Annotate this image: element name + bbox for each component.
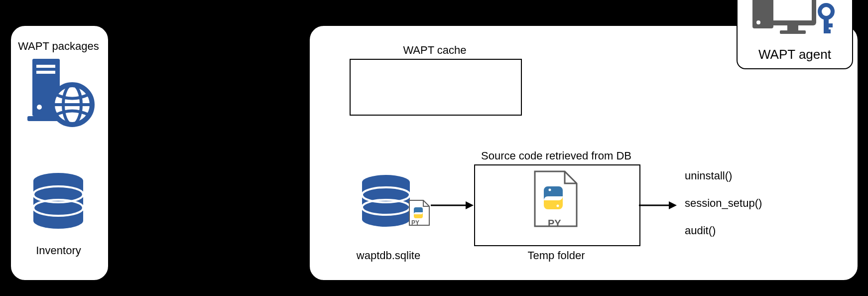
waptdb-label: waptdb.sqlite <box>349 249 428 262</box>
svg-point-3 <box>37 105 42 110</box>
cache-box <box>350 59 522 116</box>
svg-rect-21 <box>824 23 833 27</box>
py-big-label: PY <box>548 217 561 229</box>
agent-badge-label: WAPT agent <box>738 47 852 62</box>
agent-badge: WAPT agent <box>737 0 853 69</box>
svg-point-14 <box>756 20 760 24</box>
svg-rect-1 <box>36 65 55 68</box>
svg-rect-18 <box>780 30 806 34</box>
py-small-label: PY <box>411 219 419 226</box>
svg-point-19 <box>820 5 833 18</box>
arrow-temp-to-functions <box>639 199 679 214</box>
fn-session-setup: session_setup() <box>685 197 762 210</box>
fn-audit: audit() <box>685 224 716 237</box>
server-globe-icon <box>27 55 92 130</box>
packages-label: WAPT packages <box>15 40 102 53</box>
svg-marker-27 <box>466 201 474 209</box>
fn-uninstall: uninstall() <box>685 169 732 182</box>
source-label: Source code retrieved from DB <box>474 149 638 162</box>
svg-point-28 <box>549 189 551 191</box>
svg-marker-31 <box>669 201 677 209</box>
waptdb-icon <box>359 174 413 234</box>
svg-rect-16 <box>773 0 812 20</box>
svg-rect-17 <box>787 25 798 30</box>
svg-rect-2 <box>36 71 55 74</box>
cache-label: WAPT cache <box>350 44 520 57</box>
inventory-db-icon <box>31 172 86 237</box>
arrow-db-to-temp <box>431 199 476 214</box>
temp-folder-label: Temp folder <box>474 249 638 262</box>
inventory-label: Inventory <box>15 244 102 257</box>
svg-rect-22 <box>824 29 831 33</box>
agent-computers-icon <box>752 0 837 41</box>
svg-point-29 <box>557 205 559 207</box>
